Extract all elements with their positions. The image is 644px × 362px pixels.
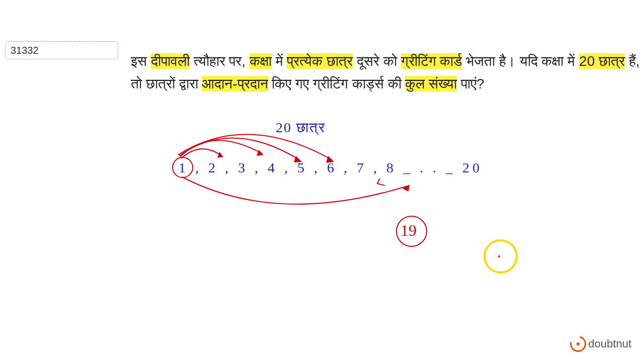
q-text: इस: [131, 53, 151, 69]
q-text: में: [272, 53, 287, 69]
q-hl: कुल संख्या: [405, 76, 457, 92]
annotation-header: 20 छात्र: [276, 120, 326, 136]
q-text: भेजता है। यदि कक्षा में: [462, 53, 579, 69]
doubtnut-logo: doubtnut: [570, 336, 631, 352]
svg-point-2: [485, 240, 517, 273]
q-text: दूसरे को: [353, 53, 400, 69]
svg-point-3: [498, 255, 500, 257]
annotation-numbers: 1 , 2 , 3 , 4 , 5 , 6 , 7 , 8 _ . . _ 20: [179, 160, 482, 176]
q-text: पाएं?: [457, 76, 484, 92]
q-hl: दीपावली: [151, 53, 190, 69]
question-id: 31332: [11, 45, 39, 56]
q-text: किए गए ग्रीटिंग कार्ड्स की: [268, 76, 406, 92]
question-id-box: 31332: [5, 41, 118, 59]
question-text: इस दीपावली त्यौहार पर, कक्षा में प्रत्ये…: [131, 50, 641, 96]
q-hl: प्रत्येक छात्र: [287, 53, 353, 69]
q-text: त्यौहार पर,: [190, 53, 250, 69]
logo-text: doubtnut: [588, 337, 631, 350]
q-hl: कक्षा: [250, 53, 272, 69]
q-hl: ग्रीटिंग कार्ड: [401, 53, 462, 69]
q-hl: 20 छात्र: [579, 53, 625, 69]
annotation-result: 19: [400, 221, 417, 240]
q-hl: आदान-प्रदान: [202, 76, 268, 92]
logo-icon: [568, 333, 590, 355]
